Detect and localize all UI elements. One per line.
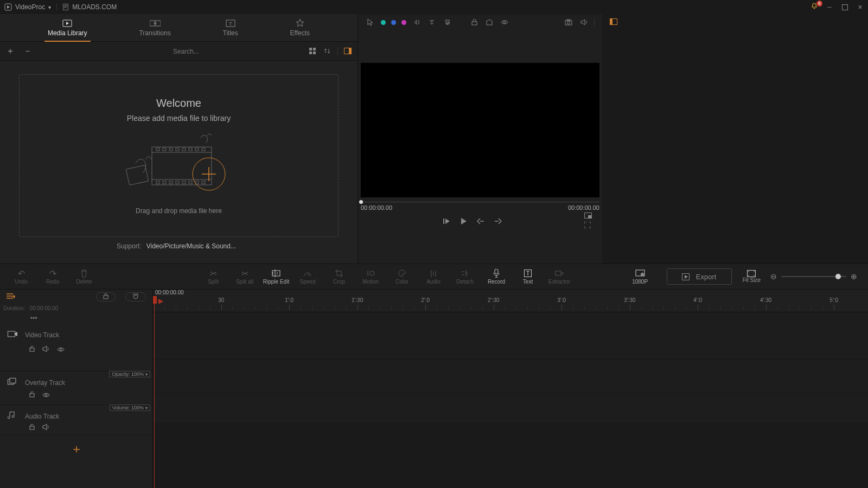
svg-rect-39 [472,22,477,25]
svg-rect-28 [163,181,166,184]
svg-rect-11 [313,48,316,50]
minimize-button[interactable]: ─ [826,3,833,11]
marker-teal[interactable] [381,20,386,25]
audio-track-lane[interactable] [153,394,868,424]
volume-badge[interactable]: Volume: 100% ▾ [110,404,150,411]
tab-effects[interactable]: Effects [287,17,313,38]
speed-button[interactable]: Speed [292,268,323,285]
cursor-frame-icon[interactable] [442,17,452,27]
svg-rect-22 [176,148,179,151]
notification-badge: 6 [816,1,822,7]
lock-icon[interactable] [469,17,479,27]
notification-bell-icon[interactable]: 6 [810,3,818,12]
resolution-button[interactable]: 1080P [624,268,656,285]
magnet-toggle[interactable] [125,292,146,301]
delete-button[interactable]: Delete [68,268,100,285]
welcome-heading: Welcome [156,97,201,110]
sort-icon[interactable] [322,46,333,56]
pointer-tool-icon[interactable] [366,17,375,27]
track-mute-icon[interactable] [42,346,49,354]
audio-track-header[interactable]: Volume: 100% ▾ Audio Track [0,405,152,435]
track-visibility-icon[interactable] [42,391,50,399]
visibility-icon[interactable] [500,17,509,27]
play-icon[interactable] [461,217,467,227]
motion-button[interactable]: Motion [355,268,386,285]
svg-marker-45 [445,219,450,224]
media-drop-zone[interactable]: Welcome Please add media file to library [19,74,339,237]
support-footer: Support: Video/Picture/Music & Sound... [19,237,339,250]
media-tabs: Media Library Transitions T Titles Effec… [0,14,358,41]
frame-down-icon[interactable] [427,17,437,27]
zoom-in-button[interactable]: ⊕ [851,272,857,281]
split-all-button[interactable]: ✂Split all [229,268,260,285]
tab-titles[interactable]: T Titles [220,17,241,38]
next-frame-icon[interactable] [494,217,502,226]
search-input[interactable] [173,48,302,55]
crop-button[interactable]: Crop [323,268,355,285]
timeline-ruler[interactable]: 00:00:00.00 301':01':302':02':303':03':3… [153,290,868,312]
export-button[interactable]: Export [667,268,732,285]
tab-transitions[interactable]: Transitions [136,17,174,38]
ripple-edit-button[interactable]: Ripple Edit [260,268,292,285]
marker-magenta[interactable] [401,20,406,25]
maximize-button[interactable] [841,3,848,11]
properties-toggle-icon[interactable] [610,18,617,27]
zoom-slider[interactable] [781,276,846,277]
play-from-start-icon[interactable] [443,217,451,227]
track-visibility-icon[interactable] [57,346,65,354]
fullscreen-icon[interactable] [584,221,591,230]
panel-toggle-icon[interactable] [342,46,353,56]
video-track-header[interactable]: Video Track [0,324,152,371]
snapshot-icon[interactable] [564,17,573,27]
color-button[interactable]: Color [386,268,418,285]
extractor-button[interactable]: Extractor [544,268,575,285]
overlay-track-lane[interactable] [153,360,868,394]
add-track-button[interactable]: ＋ [0,435,152,463]
svg-marker-64 [15,332,17,336]
chevron-down-icon[interactable]: ▾ [48,4,51,10]
video-track-lane[interactable] [153,312,868,360]
split-button[interactable]: ✂Split [197,268,229,285]
close-button[interactable]: ✕ [856,3,864,11]
add-media-button[interactable]: ＋ [4,45,16,57]
redo-button[interactable]: ↷Redo [37,268,68,285]
svg-point-52 [370,271,374,275]
svg-rect-23 [182,148,186,151]
media-illustration [119,133,239,193]
video-track-icon [8,330,17,339]
audio-button[interactable]: Audio [418,268,449,285]
frame-back-icon[interactable] [412,17,422,27]
prev-frame-icon[interactable] [477,217,484,226]
track-lock-icon[interactable] [29,346,35,354]
audio-icon[interactable] [579,17,589,27]
track-lock-toggle[interactable] [96,292,116,301]
fit-size-button[interactable]: Fit Size [743,270,761,283]
record-button[interactable]: Record [481,268,512,285]
marker-blue[interactable] [391,20,396,25]
zoom-out-button[interactable]: ⊖ [770,272,777,281]
overlay-track-header[interactable]: Opacity: 100% ▾ Overlay Track [0,371,152,405]
track-mute-icon[interactable] [42,424,49,432]
tab-media-library[interactable]: Media Library [44,17,91,38]
timeline-canvas[interactable]: 00:00:00.00 301':01':302':02':303':03':3… [153,290,868,488]
svg-rect-50 [610,19,612,24]
remove-media-button[interactable]: － [22,45,34,57]
grid-view-icon[interactable] [307,46,318,56]
preview-scrubber[interactable] [361,202,599,202]
playhead[interactable]: ▶ [154,297,155,488]
track-lock-icon[interactable] [29,424,35,432]
track-more-icon[interactable]: ••• [0,313,152,324]
track-lock-icon[interactable] [29,391,35,399]
text-button[interactable]: TText [512,268,544,285]
detach-button[interactable]: Detach [449,268,481,285]
preview-viewport[interactable] [361,63,599,197]
svg-point-66 [60,349,62,351]
pip-icon[interactable] [584,211,592,220]
opacity-badge[interactable]: Opacity: 100% ▾ [109,371,150,377]
app-logo[interactable]: VideoProc ▾ [4,3,51,11]
undo-button[interactable]: ↶Undo [5,268,37,285]
add-track-icon[interactable] [7,292,15,301]
svg-marker-1 [7,5,10,9]
safe-zone-icon[interactable] [484,17,494,27]
svg-rect-56 [556,271,561,275]
